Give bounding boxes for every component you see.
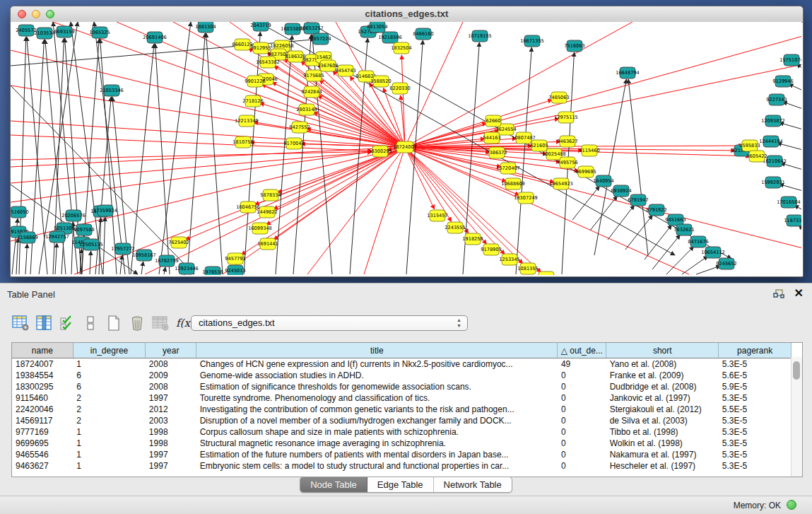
graph-node[interactable]: 1976538 bbox=[202, 267, 223, 275]
table-cell[interactable]: 2008 bbox=[146, 358, 196, 370]
graph-node[interactable]: 9115460 bbox=[579, 145, 599, 156]
graph-node[interactable]: 16099348 bbox=[248, 223, 272, 234]
graph-node[interactable]: 7632621 bbox=[673, 224, 694, 235]
table-cell[interactable]: Embryonic stem cells: a model to study s… bbox=[196, 460, 558, 472]
column-header-pagerank[interactable]: pagerank bbox=[719, 343, 792, 358]
graph-node[interactable]: 20206576 bbox=[61, 210, 86, 221]
table-cell[interactable]: Genome-wide association studies in ADHD. bbox=[196, 370, 558, 381]
graph-node[interactable]: 10958167 bbox=[132, 250, 156, 261]
graph-node[interactable]: 8693159 bbox=[54, 26, 74, 37]
table-cell[interactable]: 9699695 bbox=[12, 438, 73, 449]
table-cell[interactable]: Changes of HCN gene expression and I(f) … bbox=[196, 358, 558, 370]
table-cell[interactable]: 2 bbox=[73, 404, 146, 415]
graph-node[interactable]: 8454743 bbox=[335, 65, 355, 76]
table-cell[interactable]: 1997 bbox=[146, 449, 196, 460]
graph-node[interactable]: 1588520 bbox=[370, 76, 391, 87]
graph-node[interactable]: 9457791 bbox=[225, 253, 245, 264]
graph-node[interactable]: 9699695 bbox=[575, 166, 596, 177]
table-cell[interactable]: 49 bbox=[558, 358, 606, 370]
table-cell[interactable]: Franke et al. (2009) bbox=[606, 370, 719, 381]
table-cell[interactable]: 22420046 bbox=[12, 404, 73, 415]
table-cell[interactable]: 0 bbox=[558, 438, 606, 449]
table-cell[interactable]: 1 bbox=[73, 438, 146, 449]
tab-edge-table[interactable]: Edge Table bbox=[367, 477, 434, 492]
table-row[interactable]: 969969511998Structural magnetic resonanc… bbox=[12, 438, 792, 449]
graph-node[interactable]: 9227343 bbox=[766, 94, 787, 105]
table-cell[interactable]: 0 bbox=[558, 404, 606, 415]
graph-node[interactable]: 544163 bbox=[483, 132, 500, 144]
table-row[interactable]: 977716911998Corpus callosum shape and si… bbox=[12, 426, 792, 438]
graph-node[interactable]: 16782759 bbox=[155, 255, 179, 267]
column-visibility-icon[interactable] bbox=[33, 313, 54, 333]
table-cell[interactable]: 18724007 bbox=[12, 358, 73, 370]
table-cell[interactable]: 9777169 bbox=[12, 426, 73, 438]
tab-network-table[interactable]: Network Table bbox=[434, 477, 512, 492]
table-row[interactable]: 1938455462009Genome-wide association stu… bbox=[12, 370, 792, 381]
node-attribute-table[interactable]: namein_degreeyeartitle△ out_de...shortpa… bbox=[12, 343, 792, 472]
graph-node[interactable]: 7625402 bbox=[168, 237, 189, 248]
delete-table-icon[interactable] bbox=[150, 313, 171, 333]
table-cell[interactable]: 0 bbox=[558, 381, 606, 392]
network-graph[interactable]: 2405572210353486931591065325206914061881… bbox=[11, 22, 801, 275]
column-header-in_degree[interactable]: in_degree bbox=[73, 343, 146, 358]
graph-node[interactable]: 1253345 bbox=[499, 254, 519, 265]
unselect-all-icon[interactable] bbox=[80, 313, 101, 333]
table-cell[interactable]: 2003 bbox=[146, 415, 196, 426]
table-cell[interactable]: 0 bbox=[558, 370, 606, 381]
graph-node[interactable]: 7857224 bbox=[310, 33, 331, 45]
table-cell[interactable]: 5.3E-5 bbox=[719, 415, 792, 426]
graph-node[interactable]: 1081355 bbox=[517, 263, 538, 274]
graph-node[interactable]: 7386372 bbox=[486, 147, 507, 158]
table-cell[interactable]: Dudbridge et al. (2008) bbox=[606, 381, 719, 392]
table-cell[interactable]: 1 bbox=[73, 426, 146, 438]
table-row[interactable]: 1456911722003Disruption of a novel membe… bbox=[12, 415, 792, 426]
table-cell[interactable]: de Silva et al. (2003) bbox=[606, 415, 719, 426]
table-cell[interactable]: Corpus callosum shape and size in male p… bbox=[196, 426, 558, 438]
table-cell[interactable]: 1 bbox=[73, 449, 146, 460]
graph-node[interactable]: 2718126 bbox=[242, 95, 263, 107]
table-vertical-scrollbar[interactable] bbox=[791, 357, 802, 477]
graph-node[interactable]: 1918258 bbox=[462, 233, 483, 245]
table-cell[interactable]: Tibbo et al. (1998) bbox=[606, 426, 719, 438]
column-header-short[interactable]: short bbox=[606, 343, 719, 358]
graph-node[interactable]: 9178903 bbox=[481, 244, 501, 255]
graph-node[interactable]: 9175685 bbox=[303, 70, 324, 81]
table-cell[interactable]: 5.3E-5 bbox=[719, 426, 792, 438]
table-cell[interactable]: 9115460 bbox=[12, 392, 73, 404]
table-cell[interactable]: 6 bbox=[73, 370, 146, 381]
graph-node[interactable]: 9245013 bbox=[225, 265, 245, 275]
graph-node[interactable]: 9463627 bbox=[557, 136, 577, 147]
graph-node[interactable]: 12213349 bbox=[235, 115, 259, 127]
graph-window-titlebar[interactable]: citations_edges.txt bbox=[11, 6, 803, 23]
table-cell[interactable]: 5.3E-5 bbox=[719, 392, 792, 404]
graph-node[interactable]: 6791947 bbox=[628, 194, 648, 206]
graph-node[interactable]: 10719155 bbox=[468, 30, 492, 42]
tab-node-table[interactable]: Node Table bbox=[300, 477, 367, 492]
graph-node[interactable]: 5878334 bbox=[260, 189, 281, 201]
network-canvas[interactable]: 2405572210353486931591065325206914061881… bbox=[11, 22, 801, 275]
table-cell[interactable]: Yano et al. (2008) bbox=[606, 358, 719, 370]
column-header-year[interactable]: year bbox=[146, 343, 196, 358]
graph-node[interactable]: 20691406 bbox=[143, 32, 167, 43]
graph-node[interactable]: 10654112 bbox=[701, 247, 725, 258]
table-cell[interactable]: 5.9E-5 bbox=[719, 381, 792, 392]
table-cell[interactable]: 5.3E-5 bbox=[719, 460, 792, 472]
table-cell[interactable]: 1997 bbox=[146, 392, 196, 404]
delete-column-trash-icon[interactable] bbox=[126, 313, 148, 333]
table-cell[interactable]: 19384554 bbox=[12, 370, 73, 381]
table-cell[interactable]: 1998 bbox=[146, 426, 196, 438]
table-cell[interactable]: 2009 bbox=[146, 370, 196, 381]
table-cell[interactable]: Disruption of a novel member of a sodium… bbox=[196, 415, 558, 426]
table-cell[interactable]: 0 bbox=[558, 426, 606, 438]
table-cell[interactable]: 5.5E-5 bbox=[719, 404, 792, 415]
table-cell[interactable]: Estimation of the future numbers of pati… bbox=[196, 449, 558, 460]
graph-node[interactable]: 1810755 bbox=[233, 136, 253, 148]
close-panel-icon[interactable]: ✕ bbox=[794, 286, 804, 300]
graph-node[interactable]: 1605422 bbox=[746, 151, 767, 162]
graph-node[interactable]: 62660 bbox=[486, 115, 501, 127]
table-cell[interactable]: Wolkin et al. (1998) bbox=[606, 438, 719, 449]
graph-node[interactable]: 1167334 bbox=[784, 215, 801, 226]
table-row[interactable]: 946362711997Embryonic stem cells: a mode… bbox=[12, 460, 792, 472]
graph-node[interactable]: 12923446 bbox=[175, 263, 199, 274]
table-cell[interactable]: 5.6E-5 bbox=[719, 370, 792, 381]
